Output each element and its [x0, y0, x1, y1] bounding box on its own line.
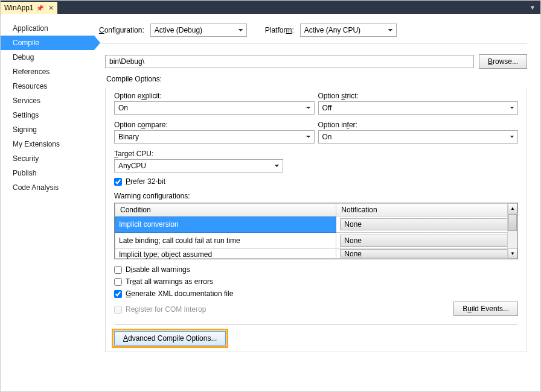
- register-com-label: Register for COM interop: [126, 305, 206, 314]
- gen-xml-checkbox[interactable]: [114, 290, 122, 298]
- col-condition[interactable]: Condition: [115, 204, 336, 217]
- configuration-label: Configuration:: [99, 26, 144, 34]
- sidebar-item-security[interactable]: Security: [1, 151, 94, 166]
- platform-label: Platform:: [265, 26, 294, 34]
- advanced-compile-options-button[interactable]: Advanced Compile Options...: [114, 331, 226, 346]
- scroll-down-icon[interactable]: ▼: [508, 248, 517, 259]
- cell-condition: Late binding; call could fail at run tim…: [115, 233, 336, 249]
- table-row[interactable]: Implicit conversion None: [115, 217, 517, 233]
- option-infer-select[interactable]: On: [318, 130, 519, 144]
- build-events-button[interactable]: Build Events...: [453, 302, 518, 316]
- close-icon[interactable]: ✕: [48, 4, 54, 12]
- notification-select[interactable]: None: [340, 235, 513, 247]
- target-cpu-select[interactable]: AnyCPU: [114, 159, 283, 172]
- scroll-up-icon[interactable]: ▲: [508, 203, 517, 213]
- treat-errors-label: Treat all warnings as errors: [126, 277, 213, 286]
- gen-xml-label: Generate XML documentation file: [126, 289, 233, 298]
- sidebar-item-resources[interactable]: Resources: [1, 79, 94, 93]
- option-compare-select[interactable]: Binary: [114, 130, 315, 144]
- content-panel: Configuration: Active (Debug) Platform: …: [94, 14, 540, 391]
- sidebar-item-application[interactable]: Application: [1, 21, 94, 36]
- tab-title: WinApp1: [4, 4, 34, 12]
- disable-warnings-checkbox[interactable]: [114, 266, 122, 274]
- sidebar-item-settings[interactable]: Settings: [1, 108, 94, 122]
- output-path-input[interactable]: [105, 55, 474, 68]
- tab-bar: WinApp1 📌 ✕ ▼: [1, 1, 540, 14]
- table-row[interactable]: Implicit type; object assumed None: [115, 249, 517, 259]
- option-explicit-label: Option explicit:: [114, 92, 315, 100]
- notification-select[interactable]: None: [340, 249, 513, 258]
- prefer-32bit-checkbox[interactable]: [114, 178, 122, 186]
- option-compare-label: Option compare:: [114, 121, 315, 129]
- table-row[interactable]: Late binding; call could fail at run tim…: [115, 233, 517, 249]
- property-sidebar: Application Compile Debug References Res…: [1, 14, 94, 391]
- pin-icon[interactable]: 📌: [36, 5, 43, 11]
- col-notification[interactable]: Notification: [336, 204, 517, 217]
- compile-options-title: Compile Options:: [106, 75, 527, 83]
- scrollbar[interactable]: ▲ ▼: [507, 203, 517, 259]
- disable-warnings-label: Disable all warnings: [126, 265, 190, 274]
- sidebar-item-debug[interactable]: Debug: [1, 50, 94, 65]
- sidebar-item-publish[interactable]: Publish: [1, 166, 94, 180]
- scroll-thumb[interactable]: [508, 214, 517, 231]
- cell-condition: Implicit type; object assumed: [115, 249, 336, 259]
- sidebar-item-code-analysis[interactable]: Code Analysis: [1, 180, 94, 195]
- option-explicit-select[interactable]: On: [114, 101, 315, 115]
- browse-button[interactable]: Browse...: [479, 54, 527, 69]
- treat-errors-checkbox[interactable]: [114, 278, 122, 286]
- platform-select[interactable]: Active (Any CPU): [300, 24, 397, 37]
- register-com-checkbox: [114, 306, 122, 314]
- option-infer-label: Option infer:: [318, 121, 519, 129]
- sidebar-item-compile[interactable]: Compile: [1, 36, 94, 50]
- sidebar-item-references[interactable]: References: [1, 65, 94, 79]
- cell-condition: Implicit conversion: [115, 217, 336, 233]
- option-strict-select[interactable]: Off: [318, 101, 519, 115]
- sidebar-item-my-extensions[interactable]: My Extensions: [1, 137, 94, 151]
- target-cpu-label: Target CPU:: [114, 150, 518, 158]
- warning-config-label: Warning configurations:: [114, 192, 518, 200]
- warning-table: Condition Notification Implicit conversi…: [114, 203, 518, 259]
- notification-select[interactable]: None: [340, 218, 513, 230]
- configuration-select[interactable]: Active (Debug): [150, 24, 247, 37]
- document-tab[interactable]: WinApp1 📌 ✕: [1, 2, 57, 14]
- titlebar-dropdown-icon[interactable]: ▼: [525, 4, 540, 11]
- prefer-32bit-label: Prefer 32-bit: [126, 177, 165, 186]
- option-strict-label: Option strict:: [318, 92, 519, 100]
- sidebar-item-services[interactable]: Services: [1, 93, 94, 108]
- sidebar-item-signing[interactable]: Signing: [1, 122, 94, 137]
